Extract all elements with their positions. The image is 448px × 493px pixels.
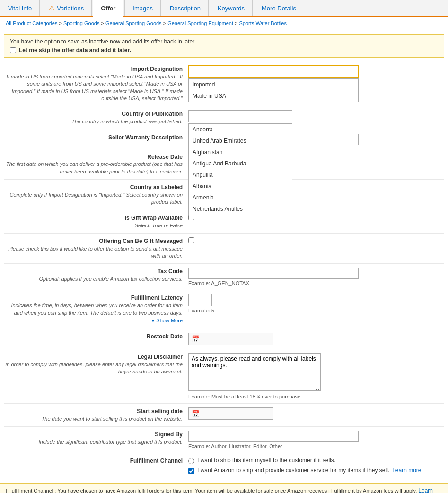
breadcrumb-item-5[interactable]: Sports Water Bottles [239, 20, 287, 26]
start-selling-date-input[interactable]: 📅 [188, 407, 273, 420]
breadcrumb-item-4[interactable]: General Sporting Equipment [167, 20, 233, 26]
fulfillment-latency-input[interactable] [188, 294, 212, 306]
breadcrumb-item-3[interactable]: General Sporting Goods [105, 20, 162, 26]
bottom-notice: [ Fulfillment Channel : You have chosen … [0, 483, 448, 493]
country-albania[interactable]: Albania [189, 181, 292, 192]
gift-message-label: Offering Can Be Gift Messaged Please che… [4, 237, 188, 260]
warn-icon-variations: ⚠ [49, 4, 55, 12]
bottom-notice-suffix: Fulfillment by Amazon fees will apply. [331, 488, 417, 493]
country-of-publication-input[interactable] [188, 110, 292, 122]
signed-by-label: Signed By Include the significant contri… [4, 431, 188, 446]
tab-bar: Vital Info ⚠ Variations Offer Images Des… [0, 0, 448, 17]
legal-disclaimer-label: Legal Disclaimer In order to comply with… [4, 353, 188, 376]
legal-disclaimer-input[interactable]: As always, please read and comply with a… [188, 353, 321, 391]
import-designation-input[interactable] [188, 65, 359, 78]
country-netherlands-antilles[interactable]: Netherlands Antilles [189, 203, 292, 215]
skip-offer-label[interactable]: Let me skip the offer data and add it la… [10, 47, 438, 53]
fc-amazon-checkbox[interactable] [188, 468, 194, 474]
bottom-notice-text: [ Fulfillment Channel : You have chosen … [6, 488, 330, 493]
restock-date-label: Restock Date [4, 333, 188, 341]
release-date-label: Release Date The first date on which you… [4, 153, 188, 176]
tax-code-example: Example: A_GEN_NOTAX [188, 280, 444, 286]
breadcrumb: All Product Categories > Sporting Goods … [0, 17, 448, 30]
restock-date-control: 📅 [188, 333, 444, 345]
skip-offer-checkbox[interactable] [10, 47, 16, 53]
fulfillment-latency-control: Example: 5 [188, 294, 444, 313]
fc-self-radio[interactable] [188, 458, 194, 464]
country-of-publication-control: Andorra United Arab Emirates Afghanistan… [188, 110, 444, 122]
signed-by-control: Example: Author, Illustrator, Editor, Ot… [188, 431, 444, 449]
country-of-publication-row: Country of Publication The country in wh… [4, 106, 444, 130]
tab-keywords[interactable]: Keywords [210, 0, 253, 16]
tab-keywords-label: Keywords [218, 5, 245, 12]
tab-images[interactable]: Images [124, 0, 161, 16]
fulfillment-channel-row: Fulfillment Channel I want to ship this … [4, 453, 444, 481]
notice-banner: You have the option to save as inactive … [4, 34, 444, 58]
import-input-wrapper: Imported Made in USA [188, 65, 444, 78]
breadcrumb-item-1[interactable]: All Product Categories [6, 20, 57, 26]
start-selling-date-row: Start selling date The date you want to … [4, 404, 444, 427]
import-designation-dropdown: Imported Made in USA [188, 78, 359, 102]
fulfillment-latency-label: Fulfillment Latency Indicates the time, … [4, 294, 188, 324]
tab-more-details[interactable]: More Details [254, 0, 304, 16]
country-anguilla[interactable]: Anguilla [189, 169, 292, 181]
country-antigua[interactable]: Antigua And Barbuda [189, 158, 292, 169]
country-armenia[interactable]: Armenia [189, 192, 292, 203]
tax-code-input[interactable] [188, 268, 359, 279]
legal-disclaimer-row: Legal Disclaimer In order to comply with… [4, 349, 444, 404]
import-designation-row: Import Designation If made in US from im… [4, 61, 444, 106]
fulfillment-channel-label: Fulfillment Channel [4, 457, 188, 465]
start-selling-calendar-icon: 📅 [192, 410, 200, 417]
tax-code-control: Example: A_GEN_NOTAX [188, 268, 444, 286]
tab-vital-info-label: Vital Info [8, 5, 32, 12]
tab-description-label: Description [170, 5, 201, 12]
legal-disclaimer-control: As always, please read and comply with a… [188, 353, 444, 399]
signed-by-input[interactable] [188, 431, 359, 442]
signed-by-example: Example: Author, Illustrator, Editor, Ot… [188, 443, 444, 449]
tax-code-row: Tax Code Optional: applies if you enable… [4, 264, 444, 290]
legal-disclaimer-example: Example: Must be at least 18 & over to p… [188, 394, 444, 399]
gift-message-checkbox[interactable] [188, 237, 194, 243]
signed-by-row: Signed By Include the significant contri… [4, 427, 444, 453]
show-more-link[interactable]: Show More [151, 318, 183, 323]
tab-variations-label: Variations [57, 5, 84, 12]
country-input-wrapper: Andorra United Arab Emirates Afghanistan… [188, 110, 444, 122]
import-option-made-in-usa[interactable]: Made in USA [189, 90, 358, 102]
country-afghanistan[interactable]: Afghanistan [189, 147, 292, 158]
fc-option1-row: I want to ship this item myself to the c… [188, 457, 444, 464]
country-of-publication-label: Country of Publication The country in wh… [4, 110, 188, 125]
fulfillment-channel-control: I want to ship this item myself to the c… [188, 457, 444, 477]
country-andorra[interactable]: Andorra [189, 124, 292, 135]
restock-calendar-icon: 📅 [192, 335, 200, 343]
import-designation-label: Import Designation If made in US from im… [4, 65, 188, 102]
fc-option2-row: I want Amazon to ship and provide custom… [188, 467, 444, 474]
fc-self-label: I want to ship this item myself to the c… [197, 457, 335, 464]
notice-text: You have the option to save as inactive … [10, 38, 438, 45]
start-selling-date-label: Start selling date The date you want to … [4, 407, 188, 423]
fc-amazon-label: I want Amazon to ship and provide custom… [197, 467, 389, 474]
fulfillment-latency-example: Example: 5 [188, 308, 444, 313]
restock-date-row: Restock Date 📅 [4, 329, 444, 349]
tab-images-label: Images [132, 5, 153, 12]
form-area: Import Designation If made in US from im… [0, 61, 448, 481]
gift-message-control [188, 237, 444, 245]
country-as-labeled-label: Country as Labeled Complete only if Impo… [4, 183, 188, 206]
tab-variations[interactable]: ⚠ Variations [41, 0, 92, 16]
tab-offer[interactable]: Offer [93, 0, 123, 17]
country-dropdown: Andorra United Arab Emirates Afghanistan… [188, 123, 292, 215]
gift-wrap-label: Is Gift Wrap Available Select: True or F… [4, 214, 188, 229]
tax-code-label: Tax Code Optional: applies if you enable… [4, 268, 188, 283]
country-uae[interactable]: United Arab Emirates [189, 135, 292, 147]
fulfillment-latency-row: Fulfillment Latency Indicates the time, … [4, 290, 444, 329]
seller-warranty-label: Seller Warranty Description [4, 134, 188, 142]
breadcrumb-item-2[interactable]: Sporting Goods [63, 20, 99, 26]
tab-vital-info[interactable]: Vital Info [0, 0, 40, 16]
import-designation-control: Imported Made in USA [188, 65, 444, 78]
fc-learn-more-link[interactable]: Learn more [392, 467, 421, 474]
tab-description[interactable]: Description [162, 0, 209, 16]
import-option-imported[interactable]: Imported [189, 79, 358, 90]
gift-message-row: Offering Can Be Gift Messaged Please che… [4, 234, 444, 264]
tab-more-details-label: More Details [262, 5, 296, 12]
restock-date-input[interactable]: 📅 [188, 333, 273, 345]
start-selling-date-control: 📅 [188, 407, 444, 420]
